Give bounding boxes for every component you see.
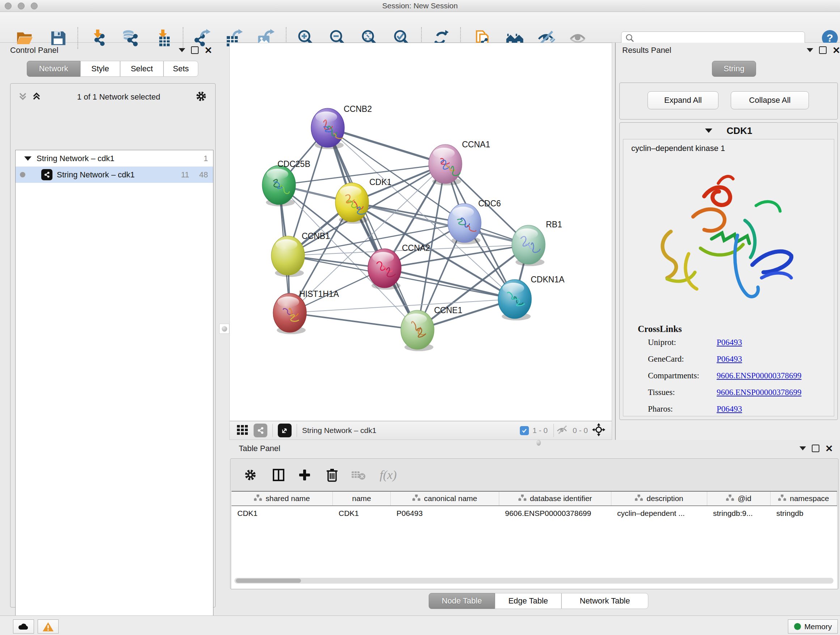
network-label: String Network – cdk1	[57, 170, 134, 180]
selected-node-edge-counts: 1 - 0	[532, 426, 548, 435]
crosslink-row: Tissues:9606.ENSP00000378699	[648, 388, 829, 404]
cell[interactable]: CDK1	[232, 506, 333, 521]
column-header-namespace[interactable]: namespace	[771, 492, 837, 505]
network-column-icon	[635, 494, 643, 503]
protein-expander-icon[interactable]	[705, 128, 712, 133]
table-float-icon[interactable]	[812, 445, 819, 452]
node-label-HIST1H1A: HIST1H1A	[299, 289, 339, 299]
network-options-gear-icon[interactable]	[195, 90, 208, 104]
delete-table-icon[interactable]	[349, 466, 367, 484]
string-network-graph[interactable]: CCNB2CCNA1CDC25BCDK1CDC6RB1CCNB1CCNA2CDK…	[230, 43, 612, 421]
edge-CCNB2-CCNA1[interactable]	[328, 128, 445, 164]
tab-network[interactable]: Network	[27, 61, 80, 77]
table-row[interactable]: CDK1CDK1P064939606.ENSP00000378699cyclin…	[232, 506, 837, 521]
tab-edge-table[interactable]: Edge Table	[495, 593, 561, 609]
crosslink-row: GeneCard:P06493	[648, 355, 829, 371]
show-all-icon	[570, 35, 584, 42]
node-CDKN1A[interactable]: CDKN1A	[498, 275, 565, 320]
warnings-button[interactable]	[38, 619, 58, 633]
edge-CCNA2-CDKN1A[interactable]	[385, 268, 515, 299]
results-close-icon[interactable]: ✕	[832, 47, 840, 54]
network-edges	[279, 128, 529, 330]
cloud-button[interactable]	[13, 619, 34, 633]
column-header-database-identifier[interactable]: database identifier	[499, 492, 611, 505]
crosslink-link[interactable]: P06493	[717, 355, 742, 364]
expand-all-networks-icon[interactable]	[30, 90, 43, 103]
grid-view-icon[interactable]	[236, 424, 248, 437]
node-RB1[interactable]: RB1	[512, 220, 562, 266]
window-title: Session: New Session	[0, 2, 840, 10]
memory-button[interactable]: Memory	[788, 619, 838, 633]
crosslink-label: GeneCard:	[648, 355, 684, 364]
node-CDC6[interactable]: CDC6	[448, 199, 501, 244]
crosslink-link[interactable]: 9606.ENSP00000378699	[717, 388, 802, 397]
network-collection-row[interactable]: String Network – cdk1 1	[16, 150, 213, 166]
function-builder-icon[interactable]: f(x)	[376, 466, 401, 484]
tab-sets[interactable]: Sets	[164, 61, 198, 77]
node-label-CDC6: CDC6	[478, 199, 501, 208]
results-menu-icon[interactable]	[807, 48, 813, 52]
node-label-CCNB2: CCNB2	[344, 104, 372, 114]
cell[interactable]: P06493	[391, 506, 499, 521]
select-columns-icon[interactable]	[270, 466, 287, 484]
cloud-icon	[17, 622, 30, 631]
column-header-name[interactable]: name	[333, 492, 391, 505]
cell[interactable]: cyclin–dependent ...	[611, 506, 707, 521]
add-column-icon[interactable]	[296, 466, 313, 484]
selected-checkbox-icon[interactable]	[520, 426, 529, 435]
collection-label: String Network – cdk1	[36, 154, 114, 163]
network-badge-icon[interactable]	[254, 424, 267, 437]
column-header-shared-name[interactable]: shared name	[232, 492, 333, 505]
crosslink-link[interactable]: P06493	[717, 338, 742, 347]
collapse-all-networks-icon[interactable]	[17, 90, 29, 103]
tab-style[interactable]: Style	[80, 61, 120, 77]
tab-string[interactable]: String	[712, 61, 756, 77]
column-header--id[interactable]: @id	[707, 492, 771, 505]
protein-detail-card: cyclin–dependent kinase 1	[623, 139, 834, 416]
tab-node-table[interactable]: Node Table	[429, 593, 495, 609]
panel-menu-icon[interactable]	[179, 48, 185, 52]
cell[interactable]: stringdb:9...	[707, 506, 771, 521]
network-list: String Network – cdk1 1 String Network –…	[15, 150, 213, 635]
edge-CCNB2-CCNE1[interactable]	[328, 128, 417, 330]
network-canvas[interactable]: CCNB2CCNA1CDC25BCDK1CDC6RB1CCNB1CCNA2CDK…	[229, 43, 612, 421]
column-header-description[interactable]: description	[611, 492, 707, 505]
edge-HIST1H1A-CCNE1[interactable]	[290, 313, 417, 330]
tab-network-table[interactable]: Network Table	[561, 593, 648, 609]
network-row[interactable]: String Network – cdk1 11 48	[16, 166, 213, 183]
node-HIST1H1A[interactable]: HIST1H1A	[273, 289, 339, 334]
results-float-icon[interactable]	[819, 46, 827, 54]
delete-column-icon[interactable]	[324, 466, 341, 484]
table-menu-icon[interactable]	[799, 447, 806, 450]
column-header-canonical-name[interactable]: canonical name	[391, 492, 499, 505]
crosslink-link[interactable]: P06493	[717, 404, 742, 414]
table-horizontal-scrollbar[interactable]	[234, 578, 834, 584]
tab-select[interactable]: Select	[120, 61, 164, 77]
crosslink-link[interactable]: 9606.ENSP00000378699	[717, 371, 802, 380]
node-label-CCNB1: CCNB1	[302, 231, 330, 241]
collection-expander-icon[interactable]	[24, 157, 32, 161]
crosslink-label: Tissues:	[648, 388, 675, 397]
detach-view-icon[interactable]	[278, 424, 292, 437]
crosslink-label: Compartments:	[648, 371, 699, 380]
cell[interactable]: stringdb	[771, 506, 837, 521]
node-CCNB2[interactable]: CCNB2	[311, 104, 372, 149]
float-panel-icon[interactable]	[191, 46, 199, 54]
left-splitter-grip[interactable]	[219, 324, 229, 334]
scrollbar-thumb[interactable]	[236, 578, 301, 583]
crosslink-row: Compartments:9606.ENSP00000378699	[648, 371, 829, 388]
protein-description: cyclin–dependent kinase 1	[631, 144, 725, 153]
table-gear-icon[interactable]	[242, 466, 259, 484]
cell[interactable]: 9606.ENSP00000378699	[499, 506, 611, 521]
expand-all-button[interactable]: Expand All	[647, 91, 718, 109]
search-input[interactable]	[638, 35, 805, 43]
warning-icon	[42, 622, 54, 632]
hidden-eye-icon[interactable]	[556, 424, 569, 437]
cell[interactable]: CDK1	[333, 506, 391, 521]
close-panel-icon[interactable]: ✕	[204, 47, 212, 54]
birds-eye-crosshair-icon[interactable]	[592, 423, 606, 439]
node-CDC25B[interactable]: CDC25B	[262, 159, 310, 206]
table-close-icon[interactable]: ✕	[825, 445, 833, 452]
node-CCNE1[interactable]: CCNE1	[401, 306, 462, 351]
collapse-all-button[interactable]: Collapse All	[731, 91, 809, 109]
